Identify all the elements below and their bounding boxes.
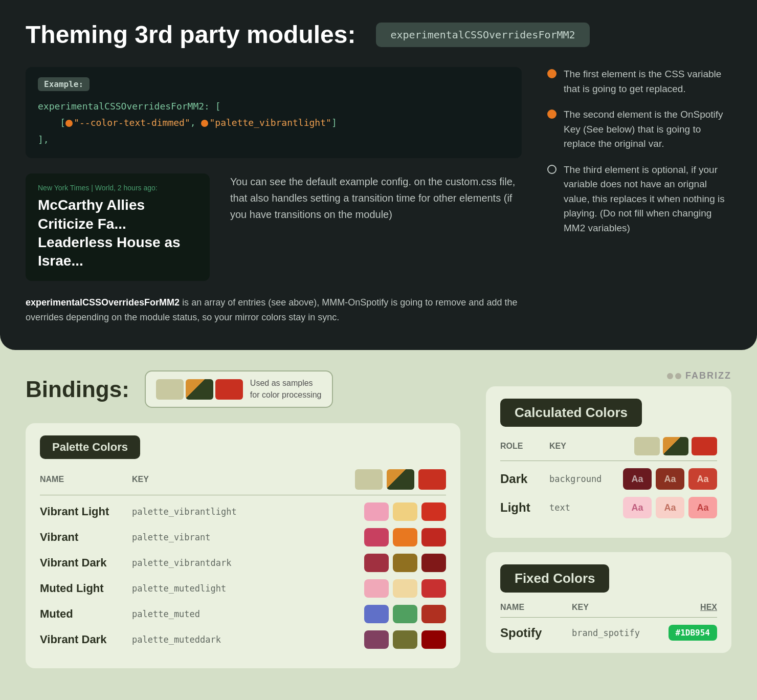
top-header: Theming 3rd party modules: experimentalC… bbox=[26, 20, 731, 49]
palette-name-0: Vibrant Light bbox=[40, 505, 132, 518]
palette-swatches-2 bbox=[364, 554, 446, 572]
experimental-badge: experimentalCSSOverridesForMM2 bbox=[376, 23, 589, 47]
bottom-right: FABRIZZ Calculated Colors ROLE KEY Dark … bbox=[486, 370, 731, 668]
palette-key-5: palette_muteddark bbox=[132, 635, 364, 645]
code-line-1: experimentalCSSOverridesForMM2: [ bbox=[38, 98, 509, 115]
sample-images-box: Used as samples for color processing bbox=[145, 370, 333, 408]
thumbnail-red bbox=[215, 379, 243, 400]
swatch-v-2 bbox=[393, 528, 417, 546]
calc-col-key: KEY bbox=[549, 442, 626, 451]
bindings-title: Bindings: bbox=[26, 377, 129, 402]
bullet-filled-icon-2 bbox=[547, 110, 556, 119]
code-line-3: ], bbox=[38, 132, 509, 148]
code-label: Example: bbox=[38, 77, 90, 91]
palette-name-4: Muted bbox=[40, 607, 132, 621]
swatch-md-2 bbox=[393, 630, 417, 649]
swatch-m-3 bbox=[421, 605, 446, 623]
aa-dark-3: Aa bbox=[688, 468, 717, 490]
swatch-vl-1 bbox=[364, 502, 389, 521]
palette-col-name: NAME bbox=[40, 475, 132, 484]
fixed-title: Fixed Colors bbox=[500, 564, 609, 593]
calc-key-dark: background bbox=[549, 474, 615, 484]
palette-swatches-1 bbox=[364, 528, 446, 546]
fixed-row-spotify: Spotify brand_spotify #1DB954 bbox=[500, 625, 717, 641]
bullet-list: The first element is the CSS variable th… bbox=[547, 67, 731, 235]
footer-bold: experimentalCSSOverridesForMM2 bbox=[26, 297, 180, 308]
palette-thumb-rd bbox=[418, 469, 446, 490]
palette-row-muted: Muted palette_muted bbox=[40, 605, 446, 623]
fdot-2 bbox=[675, 373, 681, 379]
palette-row-vibrantlight: Vibrant Light palette_vibrantlight bbox=[40, 502, 446, 521]
calc-role-dark: Dark bbox=[500, 472, 541, 486]
left-column: Example: experimentalCSSOverridesForMM2:… bbox=[26, 67, 522, 324]
footer-text: experimentalCSSOverridesForMM2 is an arr… bbox=[26, 295, 522, 325]
palette-name-2: Vibrant Dark bbox=[40, 556, 132, 570]
bullet-text-2: The second element is the OnSpotify Key … bbox=[564, 107, 731, 151]
palette-col-swatches bbox=[355, 469, 446, 490]
sample-thumbnails bbox=[156, 379, 243, 400]
swatch-v-3 bbox=[421, 528, 446, 546]
calc-swatches-dark: Aa Aa Aa bbox=[623, 468, 717, 490]
fabrizz-dots bbox=[667, 373, 681, 379]
calc-row-light: Light text Aa Aa Aa bbox=[500, 497, 717, 518]
palette-row-muteddark: Vibrant Dark palette_muteddark bbox=[40, 630, 446, 649]
palette-thumb-sf bbox=[387, 469, 414, 490]
aa-dark-1: Aa bbox=[623, 468, 652, 490]
palette-col-key: KEY bbox=[132, 475, 355, 484]
bullet-item-1: The first element is the CSS variable th… bbox=[547, 67, 731, 96]
palette-key-0: palette_vibrantlight bbox=[132, 507, 364, 517]
palette-row-mutedlight: Muted Light palette_mutedlight bbox=[40, 579, 446, 598]
thumbnail-crossword bbox=[156, 379, 184, 400]
calculated-colors-box: Calculated Colors ROLE KEY Dark backgrou… bbox=[486, 386, 731, 538]
middle-row: New York Times | World, 2 hours ago: McC… bbox=[26, 173, 522, 281]
palette-name-1: Vibrant bbox=[40, 531, 132, 544]
calc-row-dark: Dark background Aa Aa Aa bbox=[500, 468, 717, 490]
news-headline: McCarthy Allies Criticize Fa... Leaderle… bbox=[38, 196, 197, 271]
palette-name-5: Vibrant Dark bbox=[40, 633, 132, 646]
calc-thumb-cw bbox=[634, 437, 660, 455]
calculated-title: Calculated Colors bbox=[500, 399, 642, 427]
swatch-vl-2 bbox=[393, 502, 417, 521]
calc-key-light: text bbox=[549, 502, 615, 513]
swatch-m-1 bbox=[364, 605, 389, 623]
fixed-name-spotify: Spotify bbox=[500, 626, 562, 640]
fabrizz-label: FABRIZZ bbox=[685, 370, 731, 381]
news-card: New York Times | World, 2 hours ago: McC… bbox=[26, 173, 210, 281]
swatch-vd-2 bbox=[393, 554, 417, 572]
aa-dark-2: Aa bbox=[656, 468, 684, 490]
calc-thumb-sf bbox=[663, 437, 688, 455]
fdot-1 bbox=[667, 373, 673, 379]
calc-col-thumbs bbox=[634, 437, 717, 455]
calc-swatches-light: Aa Aa Aa bbox=[623, 497, 717, 518]
top-section: Theming 3rd party modules: experimentalC… bbox=[0, 0, 757, 350]
swatch-vd-1 bbox=[364, 554, 389, 572]
palette-key-1: palette_vibrant bbox=[132, 532, 364, 542]
top-content: Example: experimentalCSSOverridesForMM2:… bbox=[26, 67, 731, 324]
right-column: The first element is the CSS variable th… bbox=[547, 67, 731, 324]
orange-dot-1 bbox=[65, 120, 73, 127]
palette-key-3: palette_mutedlight bbox=[132, 583, 364, 594]
fixed-colors-box: Fixed Colors NAME KEY HEX Spotify brand_… bbox=[486, 552, 731, 653]
palette-key-2: palette_vibrantdark bbox=[132, 558, 364, 568]
palette-thumb-cw bbox=[355, 469, 383, 490]
bindings-header: Bindings: Used as samples for color proc… bbox=[26, 370, 460, 408]
bullet-item-3: The third element is optional, if your v… bbox=[547, 163, 731, 236]
fixed-key-spotify: brand_spotify bbox=[572, 628, 658, 638]
orange-dot-2 bbox=[201, 120, 208, 127]
bullet-filled-icon-1 bbox=[547, 69, 556, 78]
swatch-ml-2 bbox=[393, 579, 417, 598]
bullet-text-3: The third element is optional, if your v… bbox=[564, 163, 731, 236]
palette-swatches-5 bbox=[364, 630, 446, 649]
bullet-text-1: The first element is the CSS variable th… bbox=[564, 67, 731, 96]
fixed-col-key: KEY bbox=[572, 603, 690, 612]
fixed-col-hex: HEX bbox=[700, 603, 717, 612]
fixed-header-row: NAME KEY HEX bbox=[500, 603, 717, 618]
palette-box: Palette Colors NAME KEY Vibrant Light pa… bbox=[26, 423, 460, 668]
palette-title: Palette Colors bbox=[40, 435, 140, 459]
aa-light-2: Aa bbox=[656, 497, 684, 518]
code-line-2: ["--color-text-dimmed", "palette_vibrant… bbox=[38, 115, 509, 131]
news-source: New York Times | World, 2 hours ago: bbox=[38, 184, 197, 192]
calc-col-role: ROLE bbox=[500, 442, 541, 451]
palette-swatches-3 bbox=[364, 579, 446, 598]
swatch-md-3 bbox=[421, 630, 446, 649]
